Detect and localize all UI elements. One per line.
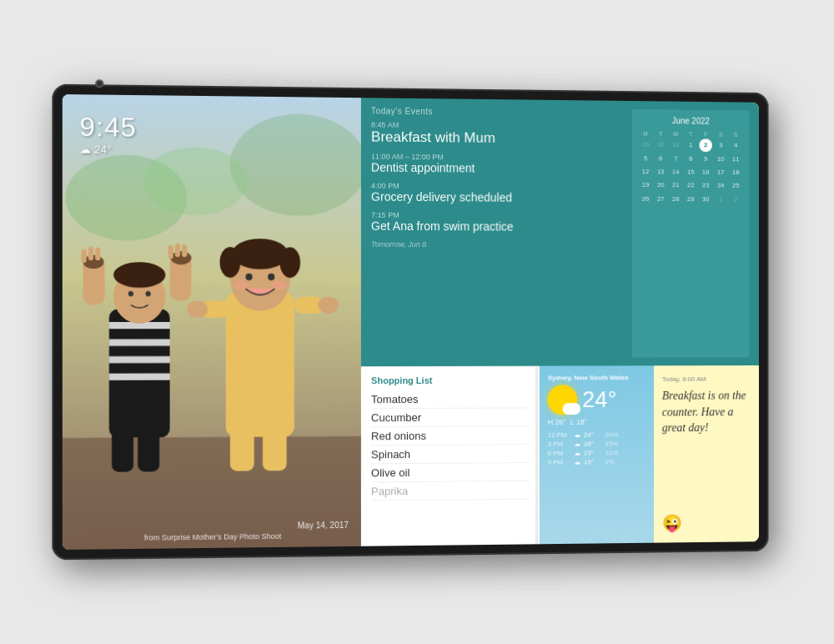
forecast-icon: ☁ [574,450,580,457]
event-item[interactable]: 7:15 PM Get Ana from swim practice [371,211,626,234]
svg-rect-23 [182,244,187,257]
photo-section: 9:45 ☁ 24° May 14, 2017 from Surprise Mo… [63,94,361,550]
cal-day[interactable]: 28 [669,193,683,205]
svg-rect-8 [109,356,170,363]
cal-day[interactable]: 29 [684,193,698,205]
clock-time: 9:45 [80,112,137,143]
cal-day[interactable]: 24 [714,179,728,192]
cal-day[interactable]: 18 [729,166,743,179]
event-name: Get Ana from swim practice [371,219,626,234]
svg-rect-40 [263,428,287,470]
svg-point-13 [146,291,151,296]
cal-day[interactable]: 17 [714,166,728,179]
calendar-panel: June 2022 M T W T F S S 29 30 31 [632,109,750,358]
cal-day[interactable]: 19 [639,179,653,191]
event-item[interactable]: 4:00 PM Grocery delivery scheduled [371,182,626,206]
cal-day[interactable]: 4 [729,139,743,153]
events-panel: Today's Events 8:45 AM Breakfast with Mu… [361,98,759,366]
note-header: Today, 8:00 AM [662,375,751,383]
svg-rect-18 [81,249,86,263]
calendar-title: June 2022 [639,116,743,126]
weather-panel: Sydney, New South Wales 24° H 26° L 18° [540,365,654,544]
svg-point-30 [279,247,300,278]
cal-day[interactable]: 26 [639,192,653,204]
cal-day[interactable]: 8 [684,153,698,165]
current-temp: 24° [94,143,111,155]
cal-header: T [654,130,668,138]
event-name: Dentist appointment [371,161,626,177]
cal-day[interactable]: 3 [714,138,728,152]
cal-day[interactable]: 15 [684,166,698,179]
cal-day[interactable]: 21 [669,179,683,192]
cal-day[interactable]: 14 [669,166,683,179]
cal-day[interactable]: 30 [699,193,713,205]
svg-rect-39 [230,428,254,470]
shopping-item[interactable]: Spinach [371,445,530,464]
cal-day[interactable]: 12 [639,165,653,178]
cal-day[interactable]: 9 [699,153,713,165]
weather-main: 24° [548,385,646,415]
cal-day[interactable]: 23 [699,179,713,192]
cal-day[interactable]: 30 [654,138,668,152]
cal-day[interactable]: 20 [654,179,668,192]
cal-day[interactable]: 22 [684,179,698,192]
svg-rect-24 [112,429,133,472]
weather-temperature: 24° [582,386,616,413]
cal-day[interactable]: 16 [699,166,713,179]
calendar-grid: M T W T F S S 29 30 31 1 2 3 4 [639,130,743,205]
svg-point-34 [272,281,285,289]
cal-header: F [699,130,713,138]
shopping-item[interactable]: Cucumber [371,408,530,427]
shopping-panel[interactable]: Shopping List Tomatoes Cucumber Red onio… [361,366,540,546]
camera-icon [95,79,103,88]
forecast-icon: ☁ [574,440,580,448]
shopping-item[interactable]: Paprika [371,481,530,501]
weather-location: Sydney, New South Wales [548,374,646,381]
shopping-item[interactable]: Olive oil [371,463,530,482]
forecast-row: 12 PM ☁ 24° 20% [548,430,646,439]
device-frame: 9:45 ☁ 24° May 14, 2017 from Surprise Mo… [52,84,768,561]
photo-date: May 14, 2017 [298,521,349,531]
cal-day[interactable]: 1 [714,193,728,205]
cal-day[interactable]: 5 [639,152,653,164]
cal-header: T [684,130,698,138]
right-section: Today's Events 8:45 AM Breakfast with Mu… [361,98,759,546]
forecast-icon: ☁ [574,431,580,439]
time-weather-display: 9:45 ☁ 24° [80,112,137,157]
cal-day[interactable]: 13 [654,166,668,179]
cal-day[interactable]: 27 [654,193,668,205]
event-item[interactable]: 11:00 AM – 12:00 PM Dentist appointment [371,153,626,177]
weather-range: H 26° L 18° [548,418,646,427]
cal-day[interactable]: 1 [684,138,698,152]
cal-day[interactable]: 10 [714,153,728,165]
svg-point-12 [128,291,133,296]
cal-day[interactable]: 31 [669,138,683,152]
cal-day[interactable]: 2 [729,193,743,205]
svg-point-31 [245,274,252,280]
svg-point-33 [234,281,248,289]
weather-current: ☁ 24° [80,143,137,156]
photo-credit: from Surprise Mother's Day Photo Shoot [144,532,282,542]
svg-point-28 [232,239,289,269]
svg-point-17 [171,251,192,264]
note-panel[interactable]: Today, 8:00 AM Breakfast is on the count… [654,365,759,543]
note-text: Breakfast is on the counter. Have a grea… [662,388,751,508]
svg-rect-7 [109,339,170,345]
cal-day[interactable]: 25 [729,179,743,192]
event-item[interactable]: 8:45 AM Breakfast with Mum [371,120,626,148]
svg-point-38 [318,297,338,314]
cal-header: S [729,131,743,138]
cal-day[interactable]: 29 [639,138,653,152]
weather-icon-sun [548,385,577,415]
svg-rect-26 [226,292,294,437]
event-name: Breakfast with Mum [371,128,626,148]
shopping-item[interactable]: Red onions [371,426,530,445]
svg-rect-21 [168,245,173,259]
events-title: Today's Events [371,106,626,118]
shopping-item[interactable]: Tomatoes [371,390,530,410]
cal-day-today[interactable]: 2 [699,138,711,152]
cal-day[interactable]: 11 [729,153,743,165]
cal-header: S [714,131,728,138]
cal-day[interactable]: 7 [669,153,683,165]
cal-day[interactable]: 6 [654,153,668,165]
